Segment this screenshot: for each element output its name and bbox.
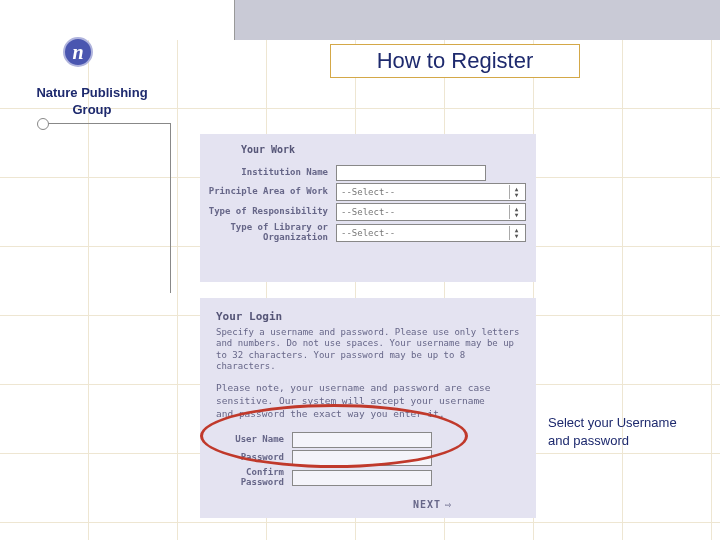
work-panel: Your Work Institution Name Principle Are… <box>200 134 536 282</box>
login-panel: Your Login Specify a username and passwo… <box>200 298 536 518</box>
principle-select[interactable]: --Select-- ▲▼ <box>336 183 526 201</box>
arrow-right-icon: ⇨ <box>445 499 452 510</box>
institution-label: Institution Name <box>200 168 336 178</box>
sidebar-divider <box>40 123 170 124</box>
login-fields: User Name Password Confirm Password <box>200 428 536 488</box>
institution-input[interactable] <box>336 165 486 181</box>
next-button[interactable]: NEXT ⇨ <box>413 499 452 510</box>
responsibility-row: Type of Responsibility --Select-- ▲▼ <box>200 203 536 221</box>
confirm-row: Confirm Password <box>200 468 536 488</box>
page-title: How to Register <box>330 44 580 78</box>
login-note: Please note, your username and password … <box>200 378 536 428</box>
username-input[interactable] <box>292 432 432 448</box>
sidebar-org-name: Nature Publishing Group <box>16 85 168 119</box>
responsibility-select[interactable]: --Select-- ▲▼ <box>336 203 526 221</box>
sidebar-vertical-rule <box>170 123 171 293</box>
username-label: User Name <box>200 435 292 445</box>
library-row: Type of Library or Organization --Select… <box>200 223 536 243</box>
login-instructions: Specify a username and password. Please … <box>200 327 536 378</box>
principle-label: Principle Area of Work <box>200 187 336 197</box>
principle-select-value: --Select-- <box>341 187 395 197</box>
responsibility-select-value: --Select-- <box>341 207 395 217</box>
work-panel-title: Your Work <box>200 134 336 163</box>
password-input[interactable] <box>292 450 432 466</box>
chevron-updown-icon: ▲▼ <box>509 185 523 199</box>
page-title-text: How to Register <box>377 48 534 74</box>
chevron-updown-icon: ▲▼ <box>509 205 523 219</box>
library-label: Type of Library or Organization <box>200 223 336 243</box>
npg-logo: n <box>63 37 97 71</box>
chevron-updown-icon: ▲▼ <box>509 226 523 240</box>
responsibility-label: Type of Responsibility <box>200 207 336 217</box>
confirm-password-input[interactable] <box>292 470 432 486</box>
logo-letter: n <box>63 37 93 67</box>
callout-text: Select your Username and password <box>548 414 686 449</box>
username-row: User Name <box>200 432 536 448</box>
next-button-label: NEXT <box>413 499 441 510</box>
login-panel-title: Your Login <box>200 298 536 327</box>
library-select[interactable]: --Select-- ▲▼ <box>336 224 526 242</box>
library-select-value: --Select-- <box>341 228 395 238</box>
top-band <box>234 0 720 40</box>
password-label: Password <box>200 453 292 463</box>
principle-row: Principle Area of Work --Select-- ▲▼ <box>200 183 536 201</box>
institution-row: Institution Name <box>200 165 536 181</box>
confirm-label: Confirm Password <box>200 468 292 488</box>
password-row: Password <box>200 450 536 466</box>
